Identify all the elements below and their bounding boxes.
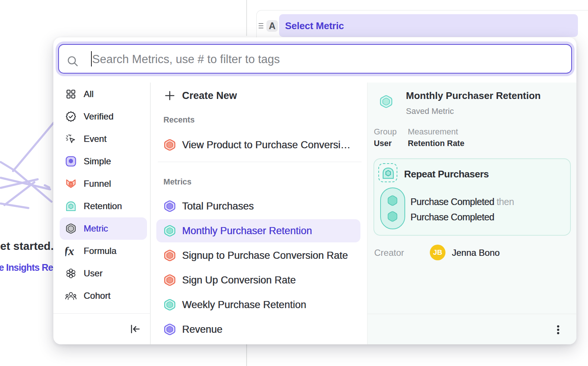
svg-text:fx: fx <box>65 246 74 256</box>
